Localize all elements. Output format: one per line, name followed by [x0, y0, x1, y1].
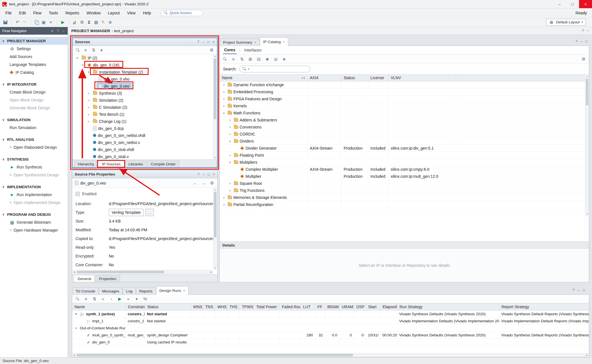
- column-header-status[interactable]: Status: [341, 74, 368, 81]
- menu-file[interactable]: File: [2, 8, 16, 17]
- scrollbar-thumb[interactable]: [214, 192, 217, 237]
- tree-item-div-gen-0-stub-v[interactable]: div_gen_0_stub.v: [72, 153, 217, 159]
- maximize-icon[interactable]: □: [208, 172, 210, 176]
- catalog-row-conversions[interactable]: >Conversions: [220, 124, 589, 131]
- catalog-row-cordic[interactable]: >CORDIC: [220, 131, 589, 138]
- nav-item-run-simulation[interactable]: Run Simulation: [0, 124, 68, 132]
- chevron-right-icon[interactable]: >: [228, 182, 232, 185]
- close-icon[interactable]: ×: [579, 0, 592, 8]
- tree-item-c-simulation[interactable]: >C Simulation (2): [72, 104, 217, 111]
- tree-item-div-gen-0-stub-vhdl[interactable]: div_gen_0_stub.vhdl: [72, 146, 217, 153]
- catalog-row-partial-reconfiguration[interactable]: >Partial Reconfiguration: [220, 201, 589, 208]
- tree-item-div-gen-0-sim-netlist-v[interactable]: div_gen_0_sim_netlist.v: [72, 139, 217, 146]
- sources-tab-ip-sources[interactable]: IP Sources: [98, 160, 124, 167]
- tab-design-runs[interactable]: Design Runs×: [156, 286, 188, 295]
- menu-reports[interactable]: Reports: [62, 8, 83, 17]
- nav-item-create-block-design[interactable]: Create Block Design: [0, 88, 68, 96]
- expand-all-icon[interactable]: ⇅: [92, 296, 97, 301]
- details-header[interactable]: Details: [220, 241, 589, 249]
- minimize-icon[interactable]: –: [553, 0, 566, 8]
- nav-item-generate-block-design[interactable]: Generate Block Design: [0, 104, 68, 112]
- chevron-right-icon[interactable]: >: [228, 189, 232, 192]
- create-runs-icon[interactable]: +: [134, 296, 139, 301]
- chevron-right-icon[interactable]: >: [228, 118, 232, 122]
- scrollbar-thumb[interactable]: [77, 354, 353, 356]
- column-header-whs[interactable]: WHS: [215, 303, 227, 310]
- sum-icon[interactable]: Σ: [87, 20, 92, 25]
- scrollbar-track[interactable]: [213, 58, 217, 156]
- chevron-down-icon[interactable]: ∨: [228, 161, 232, 164]
- column-header-name[interactable]: Name: [72, 303, 126, 310]
- column-header-vlnv[interactable]: VLNV: [388, 74, 456, 81]
- catalog-row-memories-storage-elements[interactable]: >Memories & Storage Elements: [220, 194, 589, 201]
- menu-edit[interactable]: Edit: [16, 8, 30, 17]
- help-icon[interactable]: ?: [582, 29, 584, 33]
- customize-icon[interactable]: ∗: [265, 57, 270, 62]
- close-icon[interactable]: ×: [213, 40, 215, 44]
- properties-vertical-scrollbar[interactable]: ▲ ▼: [213, 188, 217, 270]
- menu-help[interactable]: Help: [139, 8, 155, 17]
- column-header-ff[interactable]: FF: [315, 303, 325, 310]
- tree-item-div-gen-0-vho[interactable]: div_gen_0.vho: [72, 76, 217, 83]
- paste-icon[interactable]: ▣: [41, 20, 46, 25]
- redo-icon[interactable]: ↷: [22, 20, 27, 25]
- run-row-impl-1[interactable]: ▷impl_1constrs_1Not startedVivado Implem…: [72, 318, 589, 325]
- reports-icon[interactable]: [72, 20, 78, 25]
- chevron-right-icon[interactable]: >: [222, 97, 226, 101]
- subtab-interfaces[interactable]: Interfaces: [243, 46, 262, 54]
- tree-item-instantiation-template[interactable]: ∨Instantiation Template (2): [72, 68, 217, 76]
- chevron-right-icon[interactable]: >: [87, 92, 90, 95]
- tree-item-synthesis[interactable]: >Synthesis (3): [72, 90, 217, 97]
- tree-item-test-bench[interactable]: >Test Bench (1): [72, 111, 217, 118]
- minimize-icon[interactable]: –: [578, 288, 580, 292]
- back-icon[interactable]: ←: [193, 181, 198, 186]
- scrollbar-track[interactable]: [585, 78, 589, 212]
- menu-layout[interactable]: Layout: [104, 8, 123, 17]
- enabled-checkbox[interactable]: ✓: [76, 192, 80, 196]
- catalog-row-complex-multiplier[interactable]: Complex MultiplierAXI4-StreamProductionI…: [220, 166, 589, 173]
- scroll-down-icon[interactable]: ▼: [585, 212, 589, 216]
- column-header-constraints[interactable]: Constraints: [126, 303, 145, 310]
- nav-item-run-implementation[interactable]: ▶Run Implementation: [0, 191, 68, 199]
- help-icon[interactable]: ?: [575, 39, 577, 43]
- chevron-right-icon[interactable]: >: [222, 203, 226, 206]
- layout-selector[interactable]: ▦ Default Layout ▾: [546, 19, 586, 26]
- run-icon[interactable]: ▶: [60, 20, 65, 25]
- chevron-down-icon[interactable]: ∨: [74, 312, 78, 316]
- minimize-icon[interactable]: –: [587, 29, 589, 33]
- column-header-elapsed[interactable]: Elapsed: [380, 303, 397, 310]
- column-header-tpws[interactable]: TPWS: [240, 303, 254, 310]
- chevron-right-icon[interactable]: >: [222, 90, 226, 94]
- flow-section-header-ip-integrator[interactable]: ∨IP INTEGRATOR: [0, 80, 68, 88]
- tree-item-simulation[interactable]: >Simulation (2): [72, 97, 217, 104]
- column-header-start[interactable]: Start: [366, 303, 380, 310]
- scroll-left-icon[interactable]: ◀: [72, 353, 76, 357]
- edit-pencil-icon[interactable]: ✎: [101, 20, 106, 25]
- run-row-synth-1-active[interactable]: ∨▷synth_1 (active)constrs_1Not startedVi…: [72, 310, 589, 318]
- column-header-run-strategy[interactable]: Run Strategy: [397, 303, 499, 310]
- column-header-lut[interactable]: LUT: [301, 303, 315, 310]
- scroll-up-icon[interactable]: ▲: [213, 188, 217, 192]
- flow-section-header-program-and-debug[interactable]: ∨PROGRAM AND DEBUG: [0, 210, 68, 218]
- tree-item-div-gen-0-veo[interactable]: div_gen_0.veo: [72, 83, 217, 90]
- scrollbar-track[interactable]: [76, 353, 585, 357]
- layout-grid-icon[interactable]: ▦: [94, 20, 99, 25]
- minimize-icon[interactable]: –: [580, 39, 582, 43]
- sources-vertical-scrollbar[interactable]: ▲ ▼: [213, 54, 217, 159]
- tab-tcl-console[interactable]: Tcl Console: [72, 287, 98, 295]
- maximize-icon[interactable]: □: [586, 39, 587, 43]
- debug-probe-icon[interactable]: ⊕: [108, 20, 113, 25]
- collapse-all-icon[interactable]: ≡: [83, 296, 89, 301]
- runs-horizontal-scrollbar[interactable]: ◀ ▶: [72, 353, 589, 357]
- minimize-icon[interactable]: –: [202, 40, 204, 44]
- tree-item-ip[interactable]: ∨IP (2): [72, 54, 217, 61]
- copy-icon[interactable]: [34, 20, 39, 25]
- catalog-row-dynamic-function-exchange[interactable]: >Dynamic Function eXchange: [220, 81, 589, 88]
- nav-item-language-templates[interactable]: Language Templates: [0, 61, 68, 68]
- chevron-right-icon[interactable]: >: [228, 154, 232, 157]
- nav-item-open-block-design[interactable]: Open Block Design: [0, 96, 68, 104]
- column-header-wns[interactable]: WNS: [191, 303, 203, 310]
- tab-reports[interactable]: Reports: [136, 287, 156, 295]
- maximize-icon[interactable]: □: [566, 0, 579, 8]
- sources-tab-hierarchy[interactable]: Hierarchy: [74, 160, 98, 167]
